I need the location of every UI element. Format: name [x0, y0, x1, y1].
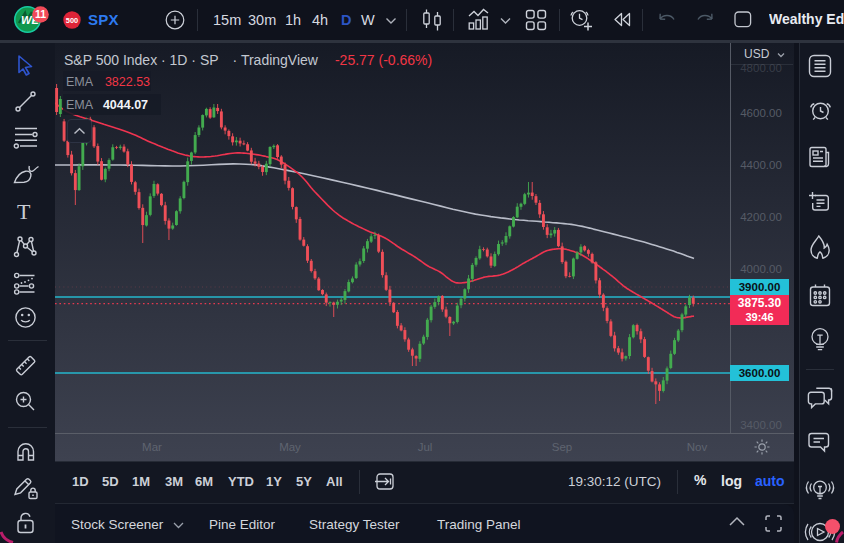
svg-text:11: 11 [35, 8, 46, 20]
svg-text:500: 500 [66, 15, 78, 24]
